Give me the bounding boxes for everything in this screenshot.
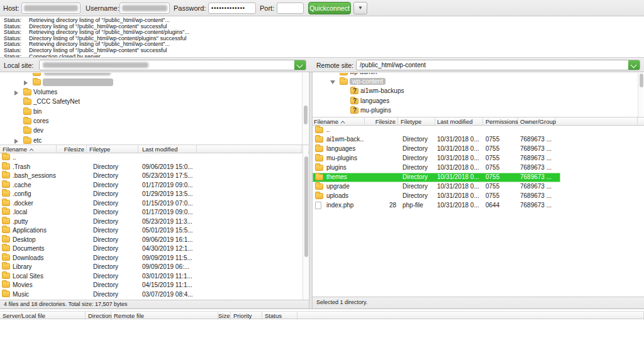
file-row[interactable]: themesDirectory10/31/2018 0...0755768967… (313, 173, 644, 182)
file-name: .cache (13, 182, 57, 188)
file-row[interactable]: DesktopDirectory09/06/2019 16:1... (0, 236, 309, 245)
tree-item[interactable]: mu-plugins (313, 106, 644, 116)
file-row[interactable]: pluginsDirectory10/31/2018 0...075576896… (313, 163, 644, 173)
file-row[interactable]: .dockerDirectory01/15/2019 07:0... (0, 199, 309, 209)
remote-tree-scrollbar-thumb[interactable] (640, 74, 643, 87)
column-header[interactable]: Filename (0, 145, 57, 153)
folder-icon (2, 236, 10, 243)
file-row[interactable]: .TrashDirectory09/06/2019 15:0... (0, 163, 309, 172)
chevron-right-icon[interactable] (24, 80, 28, 85)
file-permissions: 0755 (486, 136, 516, 143)
file-row[interactable]: DocumentsDirectory04/30/2019 12:1... (0, 244, 309, 254)
column-header[interactable]: Owner/Group (518, 117, 555, 126)
chevron-down-icon[interactable] (330, 80, 335, 84)
remote-tree-scrollbar[interactable] (638, 73, 643, 117)
file-row[interactable]: mu-pluginsDirectory10/31/2018 0...075576… (313, 154, 644, 163)
column-header-label: Size (218, 312, 230, 319)
port-input[interactable] (277, 3, 304, 14)
file-row[interactable]: upgradeDirectory10/31/2018 0...075576896… (313, 182, 644, 192)
file-row[interactable]: .configDirectory01/29/2019 13:5... (0, 190, 309, 199)
file-row[interactable]: uploadsDirectory10/31/2018 0...075576896… (313, 192, 644, 201)
local-tree-scrollbar-thumb[interactable] (304, 106, 308, 124)
column-header[interactable]: Status (262, 312, 297, 320)
tree-item[interactable]: languages (313, 97, 644, 106)
tree-item[interactable]: ai1wm-backups (313, 87, 644, 96)
local-site-dropdown-icon[interactable] (294, 60, 306, 70)
tree-item[interactable] (0, 73, 309, 78)
file-row[interactable]: .localDirectory01/17/2019 09:0... (0, 208, 309, 217)
quickconnect-button[interactable]: Quickconnect (308, 2, 351, 14)
tree-item-label: _CCC SafetyNet (33, 98, 80, 105)
column-header[interactable]: Filetype (398, 117, 435, 126)
chevron-right-icon[interactable] (14, 90, 18, 95)
file-name: .. (326, 126, 364, 133)
file-row[interactable]: .. (0, 153, 309, 163)
chevron-right-icon[interactable] (14, 139, 18, 144)
file-row[interactable]: languagesDirectory10/31/2018 0...0755768… (313, 145, 644, 154)
column-header[interactable]: Size (218, 312, 231, 320)
local-list-scrollbar-thumb[interactable] (304, 156, 308, 257)
column-header[interactable]: Filename (313, 117, 365, 126)
file-row[interactable]: index.php28php-file10/31/2018 0...064476… (313, 201, 644, 210)
column-header[interactable]: Filesize (57, 145, 87, 153)
column-header[interactable]: Last modified (138, 145, 197, 153)
local-directory-tree: Volumes_CCC SafetyNetbincoresdevetc (0, 73, 309, 145)
file-owner-group: 7689673 ... (520, 155, 555, 161)
local-list-scrollbar[interactable] (303, 145, 308, 300)
file-owner-group: 7689673 ... (520, 136, 555, 143)
host-input[interactable] (21, 3, 80, 14)
column-header[interactable]: Filetype (87, 145, 138, 153)
remote-site-value: /public_html/wp-content (360, 62, 426, 68)
local-site-combo[interactable] (39, 60, 306, 70)
tree-item[interactable]: _CCC SafetyNet (0, 97, 309, 107)
file-row[interactable]: .cacheDirectory01/17/2019 09:0... (0, 181, 309, 190)
file-type: Directory (402, 164, 437, 171)
file-row[interactable]: ai1wm-back...Directory10/31/2018 0...075… (313, 135, 644, 145)
quickconnect-dropdown-icon[interactable]: ▼ (353, 2, 367, 14)
password-input[interactable]: ••••••••••••• (208, 3, 256, 14)
column-header[interactable]: Last modified (435, 117, 483, 126)
column-header-label: Remote file (114, 312, 144, 319)
file-row[interactable]: ApplicationsDirectory05/01/2019 15:5... (0, 226, 309, 236)
column-header[interactable]: Remote file (111, 312, 218, 320)
column-header[interactable]: Filesize (365, 117, 398, 126)
tree-item[interactable]: cores (0, 117, 309, 126)
local-tree-scrollbar[interactable] (302, 73, 308, 145)
file-row[interactable]: MusicDirectory03/07/2019 08:4... (0, 290, 309, 300)
column-header[interactable]: Direction (86, 312, 111, 320)
remote-site-combo[interactable]: /public_html/wp-content (356, 60, 640, 70)
tree-item[interactable] (0, 78, 309, 87)
column-header[interactable]: Priority (231, 312, 262, 320)
file-row[interactable]: .bash_sessionsDirectory05/23/2019 17:5..… (0, 172, 309, 181)
tree-item[interactable]: bin (0, 107, 309, 117)
column-header[interactable] (555, 117, 638, 126)
remote-site-dropdown-icon[interactable] (628, 60, 640, 70)
file-row[interactable]: Local SitesDirectory03/01/2019 11:1... (0, 272, 309, 281)
file-name: Desktop (13, 236, 57, 243)
column-header[interactable] (197, 145, 302, 153)
tree-item[interactable]: wp-content (313, 77, 644, 87)
tree-item-label: cores (33, 117, 48, 124)
file-row[interactable]: DownloadsDirectory09/09/2019 11:5... (0, 254, 309, 263)
tree-item[interactable]: wp-admin (313, 73, 644, 77)
folder-icon (2, 218, 10, 224)
username-input[interactable] (119, 3, 170, 14)
file-row[interactable]: .. (313, 126, 644, 135)
file-row[interactable]: MoviesDirectory04/15/2019 11:1... (0, 281, 309, 290)
folder-icon (2, 190, 10, 197)
tree-item[interactable]: etc (0, 136, 309, 145)
local-status-bar: 4 files and 18 directories. Total size: … (0, 300, 309, 308)
tree-item[interactable]: Volumes (0, 88, 309, 97)
tree-item[interactable]: dev (0, 126, 309, 136)
file-row[interactable]: .puttyDirectory05/23/2019 11:3... (0, 217, 309, 227)
column-header[interactable]: Server/Local file (0, 312, 86, 320)
column-header-label: Last modified (437, 118, 473, 125)
file-name: ai1wm-back... (326, 136, 364, 143)
column-header[interactable]: Permissions (483, 117, 518, 126)
file-type: Directory (402, 183, 437, 190)
folder-icon (2, 209, 10, 215)
column-header-label: Permissions (486, 118, 518, 125)
column-header-label: Owner/Group (520, 118, 556, 125)
column-header[interactable] (297, 312, 644, 320)
file-row[interactable]: LibraryDirectory09/09/2019 06:... (0, 263, 309, 272)
